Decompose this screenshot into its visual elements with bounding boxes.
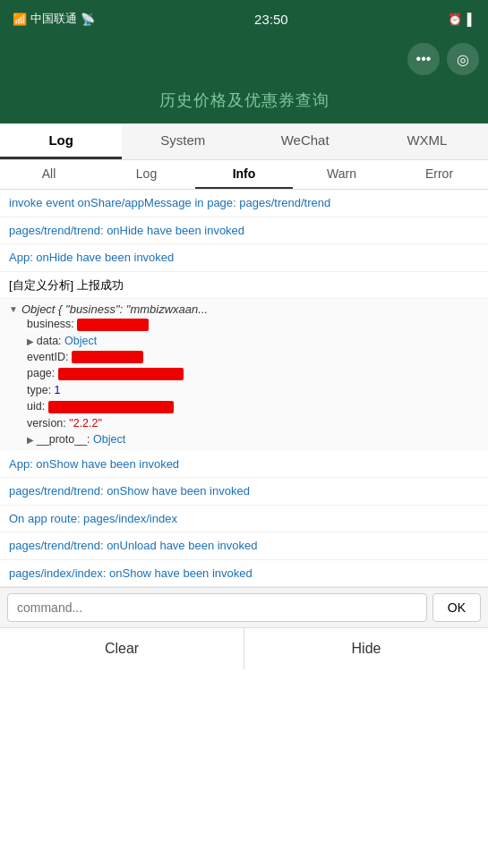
hide-button[interactable]: Hide [244, 628, 488, 669]
obj-key: eventID: [27, 351, 72, 363]
obj-row-data[interactable]: ▶ data: Object [9, 333, 479, 349]
log-object-block: ▼ Object { "business": "mmbizwxaan... bu… [0, 299, 488, 451]
bottom-bar: Clear Hide [0, 627, 488, 669]
redacted-value [48, 401, 174, 413]
obj-row: type: 1 [9, 382, 479, 398]
expand-icon: ▶ [27, 435, 37, 445]
status-bar: 📶 中国联通 📡 23:50 ⏰ ▌ [0, 0, 488, 38]
clear-button[interactable]: Clear [0, 628, 244, 669]
tab-log[interactable]: Log [0, 123, 122, 159]
subtab-info[interactable]: Info [195, 160, 293, 189]
target-button[interactable]: ◎ [447, 43, 479, 75]
title-bar: 历史价格及优惠券查询 [0, 81, 488, 123]
carrier-text: 中国联通 [30, 11, 77, 27]
obj-key: uid: [27, 400, 48, 413]
log-section-title: [自定义分析] 上报成功 [0, 272, 488, 300]
expand-icon: ▶ [27, 336, 37, 346]
obj-row: page: [9, 365, 479, 382]
log-line: On app route: pages/index/index [0, 506, 488, 533]
status-time: 23:50 [254, 12, 288, 27]
obj-key: data: [37, 335, 64, 347]
obj-header[interactable]: ▼ Object { "business": "mmbizwxaan... [9, 302, 479, 316]
log-line: App: onHide have been invoked [0, 244, 488, 272]
obj-val: "2.2.2" [69, 417, 102, 430]
subtab-all[interactable]: All [0, 160, 98, 189]
page-title: 历史价格及优惠券查询 [159, 91, 330, 109]
subtab-warn[interactable]: Warn [293, 160, 390, 189]
battery-icon: ▌ [467, 13, 475, 26]
tab-system[interactable]: System [122, 123, 244, 159]
obj-val: 1 [55, 384, 61, 396]
tool-row: ••• ◎ [0, 38, 488, 81]
redacted-value [72, 351, 143, 363]
ok-button[interactable]: OK [432, 593, 481, 622]
wifi-icon: 📡 [81, 13, 95, 26]
subtab-error[interactable]: Error [390, 160, 488, 189]
obj-header-text: Object { "business": "mmbizwxaan... [21, 302, 208, 316]
obj-val: Object [64, 335, 97, 347]
signal-icon: 📶 [13, 13, 27, 26]
command-input[interactable] [7, 593, 427, 622]
tab-wxml[interactable]: WXML [366, 123, 488, 159]
obj-row: eventID: [9, 349, 479, 366]
more-button[interactable]: ••• [407, 43, 440, 75]
dots-icon: ••• [416, 51, 432, 67]
subtab-log[interactable]: Log [98, 160, 195, 189]
log-line: invoke event onShare/appMessage in page:… [0, 190, 488, 217]
obj-key: type: [27, 384, 55, 396]
redacted-value [77, 319, 149, 331]
obj-key: page: [27, 367, 58, 379]
log-line: pages/index/index: onShow have been invo… [0, 560, 488, 588]
expand-triangle-icon: ▼ [9, 304, 18, 314]
target-icon: ◎ [457, 51, 469, 68]
obj-row: uid: [9, 398, 479, 415]
obj-row: business: [9, 316, 479, 333]
obj-row-proto[interactable]: ▶ __proto__: Object [9, 431, 479, 447]
log-content: invoke event onShare/appMessage in page:… [0, 190, 488, 587]
obj-key: business: [27, 318, 77, 330]
main-tabs: Log System WeChat WXML [0, 123, 488, 160]
log-line: App: onShow have been invoked [0, 451, 488, 479]
alarm-icon: ⏰ [448, 13, 462, 26]
status-right: ⏰ ▌ [448, 13, 475, 26]
log-line: pages/trend/trend: onHide have been invo… [0, 217, 488, 245]
obj-key: version: [27, 417, 69, 430]
log-line: pages/trend/trend: onShow have been invo… [0, 478, 488, 506]
log-line: pages/trend/trend: onUnload have been in… [0, 532, 488, 560]
obj-key: __proto__: [37, 433, 93, 446]
redacted-value [58, 368, 184, 380]
status-left: 📶 中国联通 📡 [13, 11, 95, 27]
obj-val: Object [93, 433, 125, 446]
obj-row: version: "2.2.2" [9, 415, 479, 431]
command-bar: OK [0, 587, 488, 627]
sub-tabs: All Log Info Warn Error [0, 160, 488, 190]
tab-wechat[interactable]: WeChat [244, 123, 366, 159]
